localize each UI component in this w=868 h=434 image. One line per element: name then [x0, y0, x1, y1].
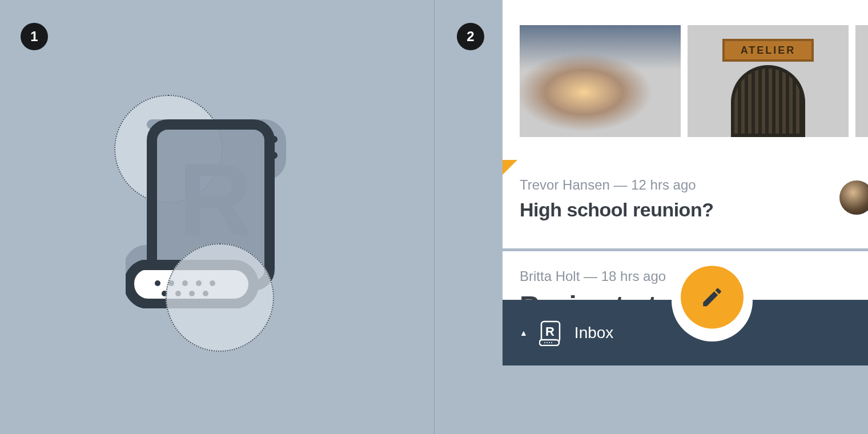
message-time: 12 hrs ago: [631, 177, 696, 192]
compose-button[interactable]: [681, 266, 744, 328]
atelier-sign: ATELIER: [722, 39, 814, 62]
svg-point-1: [271, 136, 278, 143]
step-number: 2: [467, 29, 474, 45]
sign-text: ATELIER: [741, 45, 796, 57]
message-author: Britta Holt: [520, 268, 580, 284]
message-meta: Trevor Hansen — 12 hrs ago: [520, 177, 845, 193]
gallery-thumb[interactable]: ATELIER: [688, 25, 849, 137]
message-card-expanded[interactable]: ATELIER: [503, 0, 868, 160]
anatomy-circle-bottom: [166, 243, 274, 352]
chevron-up-icon[interactable]: ▲: [520, 328, 528, 337]
svg-point-14: [544, 342, 545, 343]
message-subject: High school reunion?: [520, 199, 845, 221]
step-badge-2: 2: [457, 23, 484, 50]
message-author: Trevor Hansen: [520, 177, 610, 192]
unread-indicator: [503, 160, 517, 175]
reply-logo-small-icon: R: [539, 320, 563, 346]
svg-point-3: [155, 280, 160, 286]
svg-point-2: [271, 152, 278, 159]
svg-point-16: [549, 342, 550, 343]
step-number: 1: [30, 29, 38, 45]
toolbar-label: Inbox: [574, 324, 614, 342]
compose-fab-backplate: [672, 260, 753, 341]
svg-point-15: [546, 342, 548, 343]
pencil-icon: [700, 285, 724, 309]
svg-point-17: [551, 342, 552, 343]
logo-letter: R: [178, 142, 252, 257]
gallery-thumb[interactable]: [855, 25, 868, 137]
svg-text:R: R: [545, 324, 554, 339]
step-badge-1: 1: [21, 23, 48, 50]
message-card[interactable]: Trevor Hansen — 12 hrs ago High school r…: [503, 160, 868, 248]
gallery-thumb[interactable]: [520, 25, 681, 137]
panel-divider: [434, 0, 435, 434]
inbox-preview: ATELIER Trevor Hansen — 12 hrs ago High …: [503, 0, 868, 365]
message-time: 18 hrs ago: [601, 268, 666, 284]
logo-anatomy: R: [108, 91, 326, 354]
image-gallery[interactable]: ATELIER: [520, 25, 868, 137]
